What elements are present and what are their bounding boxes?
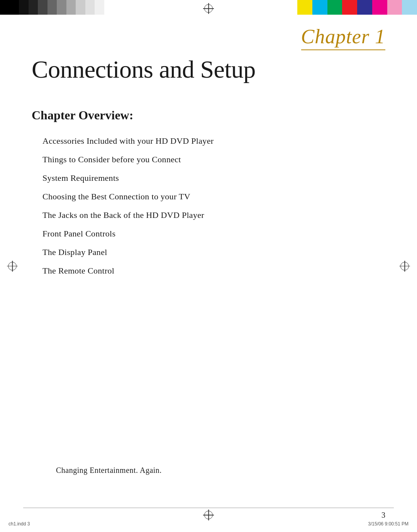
toc-item-1: Accessories Included with your HD DVD Pl… (42, 136, 214, 146)
bar-seg-8 (66, 0, 76, 15)
swatch-cyan (312, 0, 327, 15)
bar-seg-7 (57, 0, 66, 15)
toc-item-2: Things to Consider before you Connect (42, 155, 214, 165)
main-title: Connections and Setup (32, 56, 385, 83)
bar-seg-4 (29, 0, 38, 15)
reg-mark-right (399, 261, 410, 272)
swatch-pink (387, 0, 402, 15)
bar-seg-6 (47, 0, 57, 15)
chapter-heading: Chapter 1 (301, 25, 385, 50)
swatch-blue (357, 0, 372, 15)
swatch-magenta (372, 0, 387, 15)
reg-mark-bottom (203, 510, 214, 520)
toc-item-7: The Display Panel (42, 247, 214, 257)
swatch-yellow (297, 0, 312, 15)
top-bar-left (0, 0, 104, 15)
bottom-rule (23, 508, 394, 508)
bar-seg-9 (76, 0, 85, 15)
page-number: 3 (381, 511, 385, 520)
bar-seg-10 (85, 0, 95, 15)
swatch-green (327, 0, 342, 15)
reg-mark-top (203, 3, 214, 14)
bar-seg-11 (95, 0, 104, 15)
chapter-overview-heading: Chapter Overview: (32, 108, 133, 122)
bar-seg-3 (19, 0, 29, 15)
toc-list: Accessories Included with your HD DVD Pl… (42, 136, 214, 284)
file-info-right: 3/15/06 9:00:51 PM (368, 521, 409, 527)
toc-item-5: The Jacks on the Back of the HD DVD Play… (42, 210, 214, 220)
toc-item-8: The Remote Control (42, 266, 214, 276)
bar-seg-5 (38, 0, 47, 15)
toc-item-3: System Requirements (42, 173, 214, 183)
tagline: Changing Entertainment. Again. (56, 466, 162, 475)
bar-seg-2 (10, 0, 19, 15)
top-bar-right (297, 0, 417, 15)
bar-seg-1 (0, 0, 10, 15)
toc-item-4: Choosing the Best Connection to your TV (42, 192, 214, 202)
swatch-ltblue (402, 0, 417, 15)
file-info-left: ch1.indd 3 (8, 521, 30, 527)
toc-item-6: Front Panel Controls (42, 229, 214, 239)
swatch-red (342, 0, 357, 15)
reg-mark-left (7, 261, 18, 272)
